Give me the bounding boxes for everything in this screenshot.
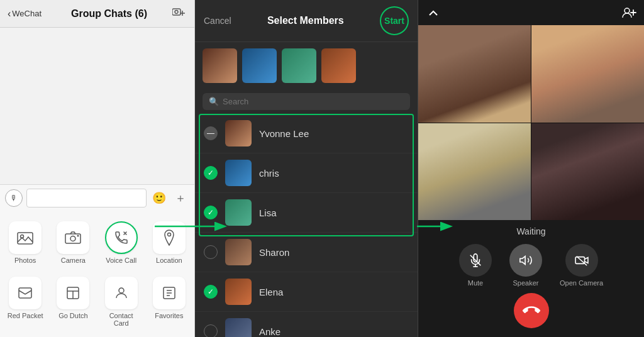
contact-card-icon-box — [105, 277, 138, 309]
member-name-yvonne: Yvonne Lee — [259, 128, 309, 139]
more-button[interactable]: ＋ — [172, 189, 189, 207]
mute-icon-circle — [459, 244, 492, 277]
camera-icon-box — [57, 221, 89, 254]
check-circle-anke — [204, 324, 218, 337]
input-bar: 🎙 🙂 ＋ — [0, 185, 194, 211]
svg-marker-27 — [520, 257, 525, 265]
selected-avatar-1 — [203, 48, 237, 83]
voice-toggle-button[interactable]: 🎙 — [5, 189, 23, 207]
members-list: — Yvonne Lee ✓ chris ✓ — [195, 114, 418, 337]
mute-button[interactable]: Mute — [459, 244, 492, 287]
member-row-yvonne[interactable]: — Yvonne Lee — [195, 114, 418, 153]
check-icon-yvonne: — — [207, 129, 214, 138]
svg-point-9 — [167, 233, 170, 236]
video-feed-3 — [418, 123, 531, 221]
check-icon-elena: ✓ — [208, 287, 214, 296]
check-circle-chris: ✓ — [204, 166, 218, 180]
selected-avatar-2 — [242, 48, 277, 83]
select-members-panel: Cancel Select Members Start 🔍 — — [195, 0, 418, 337]
member-name-sharon: Sharon — [259, 247, 289, 258]
emoji-button[interactable]: 🙂 — [150, 189, 168, 207]
panel2-title: Select Members — [267, 15, 344, 26]
message-input[interactable] — [26, 189, 147, 207]
avatar-chris — [225, 160, 252, 186]
selected-avatars-row — [195, 42, 418, 89]
favorites-icon-box — [153, 277, 186, 309]
check-circle-yvonne: — — [204, 126, 218, 140]
member-row-elena[interactable]: ✓ Elena — [195, 272, 418, 312]
search-bar[interactable]: 🔍 — [203, 93, 410, 110]
panel1-header: ‹ WeChat Group Chats (6) — [0, 0, 194, 28]
voice-call-icon-box — [105, 221, 138, 254]
check-icon-lisa: ✓ — [208, 208, 214, 217]
toolbar-item-contact-card[interactable]: Contact Card — [99, 272, 144, 332]
avatar-elena — [225, 279, 252, 305]
member-row-anke[interactable]: Anke — [195, 312, 418, 337]
toolbar-item-photos[interactable]: Photos — [3, 216, 48, 269]
speaker-button[interactable]: Speaker — [509, 244, 542, 287]
add-participant-icon[interactable] — [620, 4, 638, 21]
video-feed-1 — [418, 25, 531, 123]
red-packet-label: Red Packet — [8, 312, 43, 319]
member-row-chris[interactable]: ✓ chris — [195, 153, 418, 193]
svg-point-14 — [119, 288, 124, 293]
panel1-bottom: 🎙 🙂 ＋ — [0, 184, 194, 337]
toolbar-grid: Photos Camera — [0, 211, 194, 337]
check-circle-lisa: ✓ — [204, 206, 218, 219]
toolbar-item-go-dutch[interactable]: Go Dutch — [50, 272, 96, 332]
chat-content-area — [0, 28, 194, 184]
selected-avatar-3 — [282, 48, 316, 83]
back-arrow-icon: ‹ — [8, 8, 11, 19]
toolbar-item-location[interactable]: Location — [147, 216, 192, 269]
voice-icon: 🎙 — [10, 194, 18, 202]
svg-rect-4 — [18, 233, 33, 244]
contact-card-label: Contact Card — [101, 312, 142, 327]
go-dutch-label: Go Dutch — [58, 312, 87, 319]
toolbar-item-camera[interactable]: Camera — [50, 216, 96, 269]
back-label: WeChat — [12, 9, 42, 18]
member-row-sharon[interactable]: Sharon — [195, 233, 418, 272]
search-input[interactable] — [223, 97, 404, 106]
toolbar-item-voice-call[interactable]: Voice Call — [99, 216, 144, 269]
search-icon: 🔍 — [209, 97, 219, 106]
photos-icon-box — [9, 221, 42, 254]
svg-point-1 — [175, 10, 178, 13]
video-cell-1 — [418, 25, 531, 123]
camera-label: Camera — [61, 257, 86, 264]
start-button[interactable]: Start — [380, 6, 409, 35]
avatar-sharon — [225, 239, 252, 265]
wechat-panel: ‹ WeChat Group Chats (6) � — [0, 0, 195, 337]
video-feed-4 — [531, 123, 644, 221]
selected-avatar-4 — [321, 48, 356, 83]
svg-point-8 — [77, 235, 79, 237]
emoji-icon: 🙂 — [152, 191, 166, 205]
check-icon-chris: ✓ — [208, 168, 214, 177]
avatar-anke — [225, 318, 252, 337]
member-name-anke: Anke — [259, 326, 280, 337]
minimize-icon[interactable] — [425, 4, 442, 21]
member-name-elena: Elena — [259, 287, 283, 297]
add-contact-icon[interactable] — [172, 6, 187, 21]
camera-icon-circle — [565, 244, 598, 277]
go-dutch-icon-box — [57, 277, 89, 309]
avatar-yvonne — [225, 120, 252, 146]
toolbar-item-favorites[interactable]: Favorites — [147, 272, 192, 332]
mute-label: Mute — [468, 279, 483, 287]
plus-icon: ＋ — [175, 191, 186, 206]
check-circle-elena: ✓ — [204, 285, 218, 299]
hang-up-button[interactable] — [514, 293, 549, 328]
open-camera-button[interactable]: Open Camera — [560, 244, 603, 287]
location-label: Location — [156, 257, 182, 264]
toolbar-item-red-packet[interactable]: Red Packet — [3, 272, 48, 332]
video-feed-2 — [531, 25, 644, 123]
cancel-button[interactable]: Cancel — [204, 16, 231, 26]
svg-rect-0 — [172, 9, 180, 15]
video-cell-3 — [418, 123, 531, 221]
speaker-icon-circle — [509, 244, 542, 277]
open-camera-label: Open Camera — [560, 279, 603, 287]
svg-point-21 — [625, 8, 630, 13]
member-row-lisa[interactable]: ✓ Lisa — [195, 193, 418, 233]
video-cell-4 — [531, 123, 644, 221]
member-name-chris: chris — [259, 168, 279, 179]
back-button[interactable]: ‹ WeChat — [8, 8, 42, 19]
